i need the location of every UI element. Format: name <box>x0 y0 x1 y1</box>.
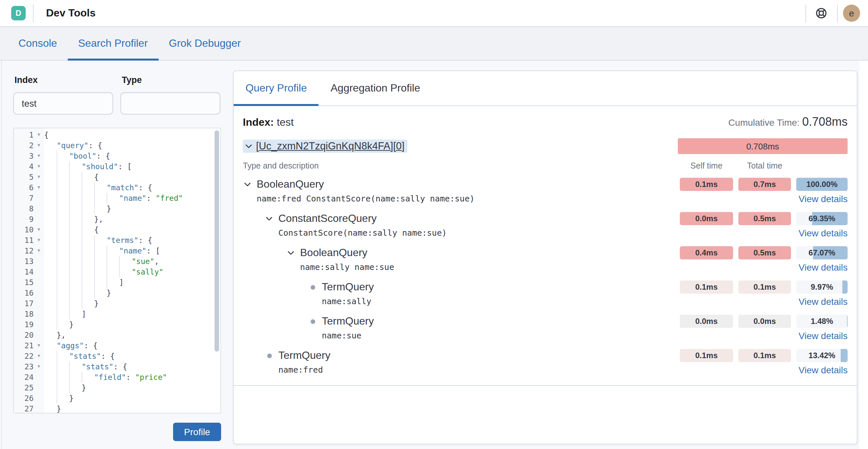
fold-arrow-icon[interactable]: ▾ <box>34 172 44 182</box>
indent-guide <box>57 193 69 204</box>
code-content: } <box>44 298 220 309</box>
indent <box>44 298 57 309</box>
query-row-constantscorequery: ConstantScoreQueryConstantScore(name:sal… <box>243 211 847 240</box>
query-description: name:fred ConstantScore(name:sally name:… <box>257 191 680 206</box>
indent-guide <box>69 214 82 224</box>
fold-arrow-icon[interactable]: ▾ <box>34 361 44 372</box>
editor-line: 1▾{ <box>14 130 220 140</box>
view-details-link[interactable]: View details <box>799 365 847 375</box>
fold-arrow-icon[interactable]: ▾ <box>34 140 44 151</box>
avatar[interactable]: e <box>843 5 860 22</box>
code-content: "name": [ <box>44 245 220 256</box>
profiled-index: Index: test <box>243 117 294 128</box>
fold-arrow-icon[interactable]: ▾ <box>34 245 44 256</box>
total-time-badge: 0.7ms <box>738 178 791 191</box>
indent-guide <box>94 256 106 267</box>
fold-arrow-icon[interactable]: ▾ <box>34 235 44 245</box>
bullet-dot <box>310 319 315 324</box>
json-punct: }, <box>57 330 66 340</box>
editor-line: 16} <box>14 288 220 298</box>
indent-guide <box>106 267 119 277</box>
json-key: "terms" <box>106 235 138 245</box>
query-description: name:fred <box>278 363 680 377</box>
line-number: 23 <box>14 361 34 372</box>
indent-guide <box>57 172 69 182</box>
profile-button[interactable]: Profile <box>173 423 221 441</box>
shard-row: [Uc_zxmN2TzqiGnKqN8k4FA][0] 0.708ms <box>243 138 847 155</box>
view-details-link[interactable]: View details <box>799 330 847 341</box>
fold-arrow-icon[interactable]: ▾ <box>34 224 44 235</box>
profile-tab-query-profile[interactable]: Query Profile <box>234 71 319 105</box>
code-content: }, <box>44 214 220 224</box>
view-details-link[interactable]: View details <box>799 262 847 273</box>
code-content: } <box>44 204 220 214</box>
editor-line: 23▾"stats": { <box>14 361 220 372</box>
json-punct: } <box>69 319 74 330</box>
type-input[interactable] <box>120 92 220 115</box>
indent <box>44 256 57 267</box>
timing-badges: 0.4ms0.5ms67.07% <box>680 246 847 260</box>
line-number: 22 <box>14 351 34 361</box>
profiled-index-value: test <box>277 117 294 128</box>
shard-link[interactable]: [Uc_zxmN2TzqiGnKqN8k4FA][0] <box>256 140 404 152</box>
chevron-down-icon[interactable] <box>243 180 252 189</box>
editor-scrollbar[interactable] <box>215 130 219 352</box>
query-title-line: ConstantScoreQuery <box>265 211 680 226</box>
fold-spacer <box>34 256 44 267</box>
json-punct: } <box>94 298 99 309</box>
editor-line: 6▾"match": { <box>14 182 220 193</box>
indent-guide <box>82 288 94 298</box>
view-details-link[interactable]: View details <box>799 193 847 204</box>
indent <box>44 151 57 161</box>
index-input[interactable] <box>13 92 113 115</box>
fold-arrow-icon[interactable]: ▾ <box>34 340 44 351</box>
chevron-down-icon[interactable] <box>265 214 274 223</box>
view-details-link[interactable]: View details <box>799 296 847 307</box>
json-key: "stats" <box>69 351 101 361</box>
line-number: 18 <box>14 309 34 319</box>
indent-guide <box>82 267 94 277</box>
bullet-icon <box>308 317 317 326</box>
indent-guide <box>94 277 106 288</box>
fold-arrow-icon[interactable]: ▾ <box>34 351 44 361</box>
query-row-termquery: TermQueryname:sue0.0ms0.0ms1.48%View det… <box>243 314 847 343</box>
fold-spacer <box>34 277 44 288</box>
query-row-left: BooleanQueryname:fred ConstantScore(name… <box>243 177 680 206</box>
fold-arrow-icon[interactable]: ▾ <box>34 151 44 161</box>
view-details-link[interactable]: View details <box>799 228 847 238</box>
indent-guide <box>106 193 119 204</box>
view-details: View details <box>680 191 847 206</box>
indent-guide <box>57 214 69 224</box>
main-tab-console[interactable]: Console <box>8 27 67 60</box>
editor-line: 26} <box>14 393 220 403</box>
main-tab-grok-debugger[interactable]: Grok Debugger <box>158 27 251 60</box>
nav-edge-divider <box>1 0 2 449</box>
editor-lines: 1▾{2▾"query": {3▾"bool": {4▾"should": [5… <box>14 128 220 414</box>
profile-tab-aggregation-profile[interactable]: Aggregation Profile <box>319 71 432 105</box>
view-details: View details <box>680 329 847 343</box>
code-content: "sue", <box>44 256 220 267</box>
fold-arrow-icon[interactable]: ▾ <box>34 161 44 172</box>
indent-guide <box>57 245 69 256</box>
editor-line: 21▾"aggs": { <box>14 340 220 351</box>
json-string: "sally" <box>132 267 163 277</box>
fold-arrow-icon[interactable]: ▾ <box>34 182 44 193</box>
query-editor[interactable]: 1▾{2▾"query": {3▾"bool": {4▾"should": [5… <box>13 128 221 414</box>
indent-guide <box>82 214 94 224</box>
indent-guide <box>82 277 94 288</box>
fold-arrow-icon[interactable]: ▾ <box>34 130 44 140</box>
main-tab-search-profiler[interactable]: Search Profiler <box>67 27 158 60</box>
shard-link-wrap: [Uc_zxmN2TzqiGnKqN8k4FA][0] <box>243 140 407 153</box>
help-icon[interactable] <box>815 7 827 19</box>
json-punct: : [ <box>147 245 160 256</box>
indent-guide <box>94 204 106 214</box>
avatar-initial: e <box>849 8 854 19</box>
chevron-down-icon[interactable] <box>286 248 296 258</box>
indent <box>44 277 57 288</box>
json-key: "match" <box>106 182 138 193</box>
chevron-down-icon[interactable] <box>244 142 253 151</box>
indent-guide <box>69 161 82 172</box>
query-title-line: BooleanQuery <box>286 245 680 260</box>
json-punct: } <box>106 204 111 214</box>
dev-tools-logo[interactable]: D <box>11 6 26 21</box>
